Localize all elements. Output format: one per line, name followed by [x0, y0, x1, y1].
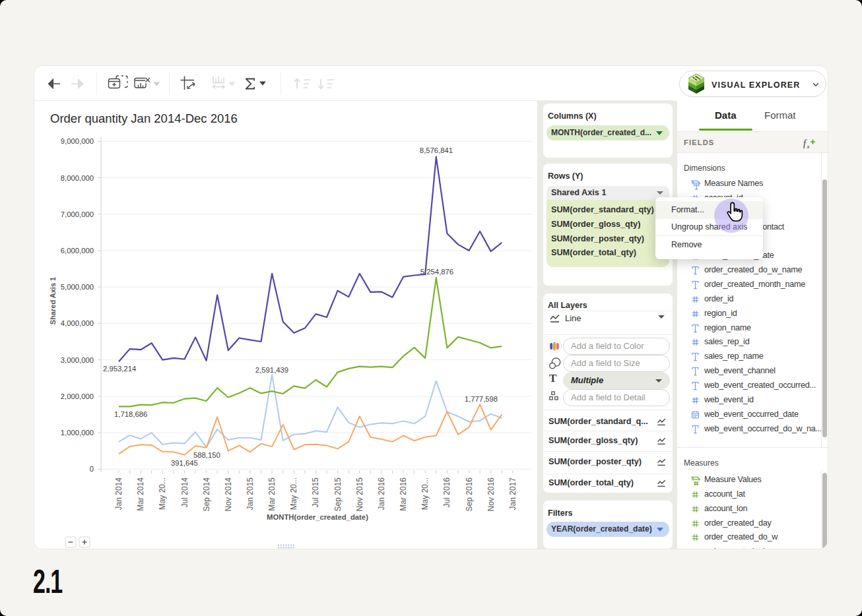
svg-text:Mar 2016: Mar 2016 [399, 477, 408, 511]
svg-text:0: 0 [90, 465, 94, 473]
svg-text:Jul 2014: Jul 2014 [180, 477, 189, 508]
svg-text:9,000,000: 9,000,000 [61, 137, 94, 145]
svg-text:5,254,876: 5,254,876 [420, 268, 453, 276]
svg-text:Mar 2015: Mar 2015 [267, 477, 277, 511]
svg-text:Mar 2014: Mar 2014 [136, 477, 145, 511]
svg-text:Jan 2015: Jan 2015 [246, 477, 255, 510]
svg-text:May 20...: May 20... [289, 477, 298, 510]
svg-text:5,000,000: 5,000,000 [61, 283, 94, 291]
svg-text:4,000,000: 4,000,000 [61, 319, 94, 327]
svg-text:May 20...: May 20... [158, 477, 167, 510]
svg-text:7,000,000: 7,000,000 [61, 210, 94, 218]
svg-text:8,000,000: 8,000,000 [61, 174, 94, 182]
svg-text:2,591,439: 2,591,439 [255, 366, 288, 374]
svg-text:Jan 2014: Jan 2014 [114, 477, 123, 510]
svg-text:6,000,000: 6,000,000 [61, 247, 94, 255]
svg-text:x: x [807, 143, 810, 150]
svg-text:Sep 2016: Sep 2016 [465, 477, 474, 512]
svg-text:Nov 2015: Nov 2015 [355, 477, 364, 512]
svg-text:3,000,000: 3,000,000 [61, 356, 94, 364]
svg-text:Shared Axis 1: Shared Axis 1 [49, 277, 57, 324]
svg-text:588,150: 588,150 [193, 451, 220, 459]
svg-text:Jan 2016: Jan 2016 [377, 477, 386, 510]
svg-text:Jul 2016: Jul 2016 [442, 477, 451, 508]
svg-text:Jan 2017: Jan 2017 [508, 477, 517, 510]
svg-text:Sep 2014: Sep 2014 [202, 477, 211, 512]
svg-text:Nov 2014: Nov 2014 [224, 477, 233, 512]
svg-text:Sep 2015: Sep 2015 [333, 477, 343, 512]
svg-text:Jul 2015: Jul 2015 [311, 477, 320, 508]
svg-text:Nov 2016: Nov 2016 [486, 477, 496, 512]
svg-text:May 20...: May 20... [420, 477, 430, 510]
svg-text:1,777,598: 1,777,598 [465, 395, 498, 403]
svg-text:391,645: 391,645 [171, 459, 198, 467]
svg-text:MONTH(order_created_date): MONTH(order_created_date) [267, 513, 368, 521]
svg-text:2,953,214: 2,953,214 [103, 365, 136, 373]
svg-text:1,718,686: 1,718,686 [114, 410, 147, 418]
svg-text:8,576,841: 8,576,841 [420, 146, 453, 154]
svg-text:1,000,000: 1,000,000 [61, 429, 94, 437]
svg-text:2,000,000: 2,000,000 [61, 392, 94, 400]
